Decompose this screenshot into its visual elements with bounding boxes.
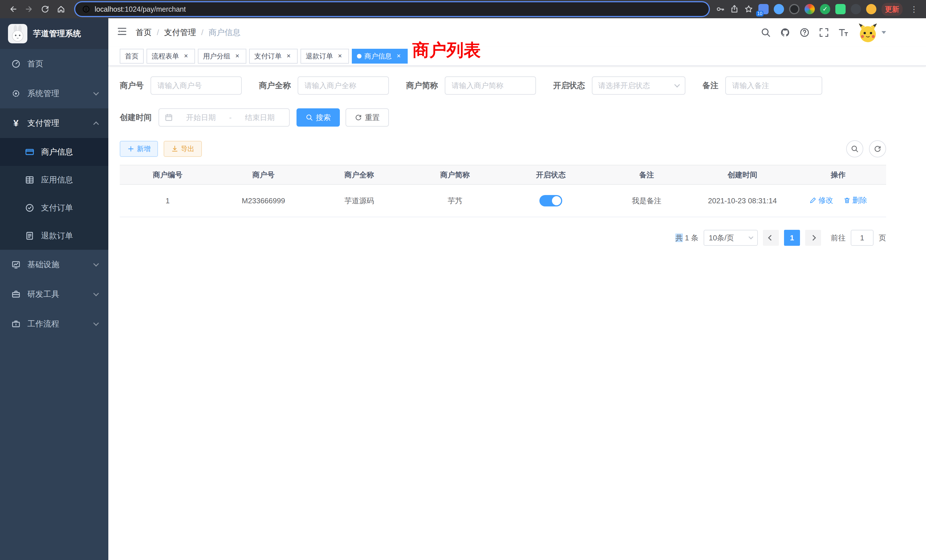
url-bar[interactable]: localhost:1024/pay/merchant	[75, 2, 709, 16]
tab-user-group[interactable]: 用户分组	[198, 49, 246, 64]
github-icon[interactable]	[780, 27, 790, 38]
breadcrumb-payment[interactable]: 支付管理	[164, 27, 196, 38]
sidebar-item-infrastructure[interactable]: 基础设施	[0, 250, 108, 279]
search-icon[interactable]	[761, 27, 771, 38]
tab-flow-form[interactable]: 流程表单	[147, 49, 195, 64]
status-select[interactable]: 请选择开启状态	[592, 76, 685, 95]
close-icon[interactable]	[233, 52, 241, 60]
fullscreen-icon[interactable]	[819, 27, 829, 38]
tab-merchant-info[interactable]: 商户信息	[352, 49, 408, 64]
extension-icon-5[interactable]	[820, 4, 830, 14]
close-icon[interactable]	[336, 52, 344, 60]
goto-suffix: 页	[879, 233, 886, 243]
delete-button[interactable]: 删除	[843, 195, 867, 205]
toggle-search-button[interactable]	[846, 140, 863, 157]
user-menu[interactable]	[858, 22, 886, 43]
remark-input[interactable]	[725, 76, 822, 95]
sidebar-item-merchant-info[interactable]: 商户信息	[0, 138, 108, 166]
export-button[interactable]: 导出	[163, 141, 202, 157]
breadcrumb-home[interactable]: 首页	[136, 27, 152, 38]
sidebar-item-refund-order[interactable]: 退款订单	[0, 222, 108, 250]
search-button[interactable]: 搜索	[297, 108, 340, 127]
tab-pay-order[interactable]: 支付订单	[249, 49, 298, 64]
extension-icon-1[interactable]: 10	[758, 4, 769, 14]
chevron-down-icon	[674, 82, 680, 88]
refresh-table-button[interactable]	[869, 140, 886, 157]
create-time-range-picker[interactable]: 开始日期 - 结束日期	[159, 108, 290, 127]
help-icon[interactable]	[799, 27, 809, 38]
prev-page-button[interactable]	[763, 230, 779, 246]
extension-icon-3[interactable]	[789, 4, 799, 14]
share-icon[interactable]	[730, 5, 739, 14]
chevron-right-icon	[810, 235, 816, 241]
credit-card-icon	[25, 147, 34, 157]
col-merchant-id: 商户编号	[120, 165, 216, 185]
browser-update-button[interactable]: 更新	[882, 3, 903, 16]
browser-actions: 10 更新 ⋮	[716, 3, 920, 16]
browser-menu-button[interactable]: ⋮	[908, 5, 920, 14]
full-name-input[interactable]	[298, 76, 389, 95]
merchant-no-label: 商户号	[120, 80, 151, 91]
sidebar-item-workflow[interactable]: 工作流程	[0, 309, 108, 339]
app-window: 芋道管理系统 首页 系统管理 ¥ 支付管理 商户信息	[0, 18, 926, 560]
sidebar-item-home[interactable]: 首页	[0, 49, 108, 79]
tab-refund-order[interactable]: 退款订单	[301, 49, 349, 64]
table-row: 1 M233666999 芋道源码 芋艿 我是备注 2021-10-23 08:…	[120, 185, 886, 217]
tags-bar: 首页 流程表单 用户分组 支付订单 退款订单 商户信息	[108, 47, 926, 66]
font-size-icon[interactable]	[838, 27, 849, 38]
home-button[interactable]	[54, 2, 68, 17]
sidebar-item-system[interactable]: 系统管理	[0, 79, 108, 108]
bookmark-star-icon[interactable]	[744, 5, 753, 14]
extension-icon-8[interactable]	[866, 4, 876, 14]
close-icon[interactable]	[182, 52, 190, 60]
search-icon	[306, 114, 313, 121]
next-page-button[interactable]	[805, 230, 821, 246]
col-remark: 备注	[599, 165, 694, 185]
reload-button[interactable]	[38, 2, 53, 17]
sidebar-item-payment[interactable]: ¥ 支付管理	[0, 108, 108, 138]
sidebar-item-dev-tools[interactable]: 研发工具	[0, 279, 108, 309]
chevron-down-icon	[882, 31, 886, 34]
logo-avatar	[8, 24, 27, 43]
short-name-input[interactable]	[445, 76, 536, 95]
edit-button[interactable]: 修改	[809, 195, 833, 205]
reset-button[interactable]: 重置	[345, 108, 389, 127]
extension-icon-4[interactable]	[805, 4, 815, 14]
yen-icon: ¥	[11, 119, 21, 128]
close-icon[interactable]	[395, 52, 402, 60]
pencil-icon	[809, 197, 817, 204]
navbar: 首页 / 支付管理 / 商户信息	[108, 18, 926, 47]
page: localhost:1024/pay/merchant 10 更新 ⋮	[0, 0, 926, 560]
sidebar-toggle-button[interactable]	[108, 26, 136, 39]
extension-icon-2[interactable]	[774, 4, 784, 14]
site-info-icon[interactable]	[82, 5, 90, 13]
key-icon[interactable]	[716, 5, 725, 14]
page-size-select[interactable]: 10条/页	[704, 230, 758, 246]
home-icon	[56, 5, 65, 14]
extension-icon-6[interactable]	[835, 4, 846, 14]
calendar-icon	[165, 114, 173, 121]
sidebar-item-app-info[interactable]: 应用信息	[0, 166, 108, 194]
forward-button[interactable]	[22, 2, 36, 17]
cell-short-name: 芋艿	[407, 185, 503, 217]
close-icon[interactable]	[284, 52, 292, 60]
back-button[interactable]	[6, 2, 21, 17]
briefcase-icon	[11, 319, 21, 328]
cell-merchant-id: 1	[120, 185, 216, 217]
col-full-name: 商户全称	[311, 165, 407, 185]
sidebar: 芋道管理系统 首页 系统管理 ¥ 支付管理 商户信息	[0, 18, 108, 560]
extension-icon-7[interactable]	[851, 4, 861, 14]
sidebar-item-pay-order[interactable]: 支付订单	[0, 194, 108, 222]
merchant-no-input[interactable]	[151, 76, 242, 95]
tab-home[interactable]: 首页	[120, 49, 144, 64]
gear-icon	[11, 89, 21, 98]
refresh-icon	[873, 145, 882, 153]
page-number-1[interactable]: 1	[784, 230, 800, 246]
pikachu-avatar-icon	[858, 22, 878, 43]
add-button[interactable]: 新增	[120, 141, 158, 157]
breadcrumb-separator: /	[152, 28, 164, 37]
status-toggle[interactable]	[539, 195, 562, 206]
goto-page-input[interactable]	[851, 230, 873, 246]
url-text: localhost:1024/pay/merchant	[95, 5, 186, 14]
table-header-row: 商户编号 商户号 商户全称 商户简称 开启状态 备注 创建时间 操作	[120, 165, 886, 185]
